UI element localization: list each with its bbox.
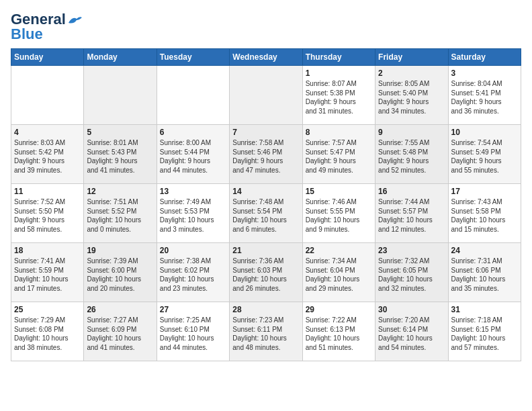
calendar-cell: 2Sunrise: 8:05 AM Sunset: 5:40 PM Daylig… <box>375 66 448 125</box>
day-number: 29 <box>306 305 372 314</box>
calendar-cell: 21Sunrise: 7:36 AM Sunset: 6:03 PM Dayli… <box>230 243 302 302</box>
day-info: Sunrise: 7:32 AM Sunset: 6:05 PM Dayligh… <box>378 257 445 293</box>
header-monday: Monday <box>84 49 157 66</box>
day-number: 3 <box>451 68 518 78</box>
calendar-cell: 7Sunrise: 7:58 AM Sunset: 5:46 PM Daylig… <box>230 125 302 184</box>
day-info: Sunrise: 7:20 AM Sunset: 6:14 PM Dayligh… <box>378 316 445 352</box>
calendar-cell: 6Sunrise: 8:00 AM Sunset: 5:44 PM Daylig… <box>157 125 229 184</box>
calendar-cell: 30Sunrise: 7:20 AM Sunset: 6:14 PM Dayli… <box>375 302 448 361</box>
day-info: Sunrise: 7:29 AM Sunset: 6:08 PM Dayligh… <box>14 316 81 352</box>
day-number: 25 <box>14 305 81 314</box>
day-number: 5 <box>87 128 153 137</box>
day-info: Sunrise: 8:05 AM Sunset: 5:40 PM Dayligh… <box>378 79 445 116</box>
day-info: Sunrise: 8:01 AM Sunset: 5:43 PM Dayligh… <box>87 138 153 175</box>
day-number: 23 <box>378 246 445 255</box>
day-number: 12 <box>87 187 153 196</box>
calendar-cell: 9Sunrise: 7:55 AM Sunset: 5:48 PM Daylig… <box>375 125 448 184</box>
calendar-cell: 27Sunrise: 7:25 AM Sunset: 6:10 PM Dayli… <box>157 302 229 361</box>
day-number: 22 <box>306 246 372 255</box>
calendar-cell: 15Sunrise: 7:46 AM Sunset: 5:55 PM Dayli… <box>302 184 375 243</box>
calendar-cell <box>230 66 302 125</box>
calendar-cell: 24Sunrise: 7:31 AM Sunset: 6:06 PM Dayli… <box>448 243 521 302</box>
header-saturday: Saturday <box>448 49 521 66</box>
calendar-cell: 4Sunrise: 8:03 AM Sunset: 5:42 PM Daylig… <box>11 125 84 184</box>
day-info: Sunrise: 7:55 AM Sunset: 5:48 PM Dayligh… <box>378 138 445 175</box>
calendar-cell: 8Sunrise: 7:57 AM Sunset: 5:47 PM Daylig… <box>302 125 375 184</box>
day-number: 11 <box>14 187 81 196</box>
day-number: 7 <box>232 128 299 137</box>
calendar-cell <box>84 66 157 125</box>
day-info: Sunrise: 7:52 AM Sunset: 5:50 PM Dayligh… <box>14 197 81 234</box>
calendar-cell: 20Sunrise: 7:38 AM Sunset: 6:02 PM Dayli… <box>157 243 229 302</box>
day-info: Sunrise: 7:41 AM Sunset: 5:59 PM Dayligh… <box>14 257 81 293</box>
day-number: 27 <box>160 305 226 314</box>
day-info: Sunrise: 7:39 AM Sunset: 6:00 PM Dayligh… <box>87 257 153 293</box>
calendar-cell: 28Sunrise: 7:23 AM Sunset: 6:11 PM Dayli… <box>230 302 302 361</box>
days-header-row: SundayMondayTuesdayWednesdayThursdayFrid… <box>11 49 521 66</box>
header-friday: Friday <box>375 49 448 66</box>
logo-blue: Blue <box>11 26 43 43</box>
day-number: 6 <box>160 128 226 137</box>
calendar-cell: 29Sunrise: 7:22 AM Sunset: 6:13 PM Dayli… <box>302 302 375 361</box>
day-number: 31 <box>451 305 518 314</box>
day-number: 13 <box>160 187 226 196</box>
calendar-cell: 12Sunrise: 7:51 AM Sunset: 5:52 PM Dayli… <box>84 184 157 243</box>
calendar-cell <box>11 66 84 125</box>
day-info: Sunrise: 7:44 AM Sunset: 5:57 PM Dayligh… <box>378 197 445 234</box>
calendar-cell: 26Sunrise: 7:27 AM Sunset: 6:09 PM Dayli… <box>84 302 157 361</box>
calendar-cell: 18Sunrise: 7:41 AM Sunset: 5:59 PM Dayli… <box>11 243 84 302</box>
day-number: 10 <box>451 128 518 137</box>
day-info: Sunrise: 7:31 AM Sunset: 6:06 PM Dayligh… <box>451 257 518 293</box>
calendar-cell: 16Sunrise: 7:44 AM Sunset: 5:57 PM Dayli… <box>375 184 448 243</box>
calendar-cell: 31Sunrise: 7:18 AM Sunset: 6:15 PM Dayli… <box>448 302 521 361</box>
day-info: Sunrise: 7:18 AM Sunset: 6:15 PM Dayligh… <box>451 316 518 352</box>
day-info: Sunrise: 7:43 AM Sunset: 5:58 PM Dayligh… <box>451 197 518 234</box>
week-row-2: 4Sunrise: 8:03 AM Sunset: 5:42 PM Daylig… <box>11 125 521 184</box>
calendar-table: SundayMondayTuesdayWednesdayThursdayFrid… <box>11 48 521 361</box>
day-info: Sunrise: 7:54 AM Sunset: 5:49 PM Dayligh… <box>451 138 518 175</box>
day-number: 16 <box>378 187 445 196</box>
day-number: 1 <box>306 68 372 78</box>
calendar-cell: 17Sunrise: 7:43 AM Sunset: 5:58 PM Dayli… <box>448 184 521 243</box>
day-number: 19 <box>87 246 153 255</box>
calendar-cell: 22Sunrise: 7:34 AM Sunset: 6:04 PM Dayli… <box>302 243 375 302</box>
calendar-cell: 13Sunrise: 7:49 AM Sunset: 5:53 PM Dayli… <box>157 184 229 243</box>
day-info: Sunrise: 7:58 AM Sunset: 5:46 PM Dayligh… <box>232 138 299 175</box>
logo-bird-icon <box>67 15 82 26</box>
day-info: Sunrise: 7:23 AM Sunset: 6:11 PM Dayligh… <box>232 316 299 352</box>
calendar-cell: 25Sunrise: 7:29 AM Sunset: 6:08 PM Dayli… <box>11 302 84 361</box>
day-info: Sunrise: 7:34 AM Sunset: 6:04 PM Dayligh… <box>306 257 372 293</box>
calendar-cell <box>157 66 229 125</box>
day-info: Sunrise: 8:00 AM Sunset: 5:44 PM Dayligh… <box>160 138 226 175</box>
day-info: Sunrise: 7:57 AM Sunset: 5:47 PM Dayligh… <box>306 138 372 175</box>
week-row-4: 18Sunrise: 7:41 AM Sunset: 5:59 PM Dayli… <box>11 243 521 302</box>
calendar-cell: 14Sunrise: 7:48 AM Sunset: 5:54 PM Dayli… <box>230 184 302 243</box>
day-number: 2 <box>378 68 445 78</box>
day-info: Sunrise: 7:25 AM Sunset: 6:10 PM Dayligh… <box>160 316 226 352</box>
day-info: Sunrise: 8:03 AM Sunset: 5:42 PM Dayligh… <box>14 138 81 175</box>
day-number: 8 <box>306 128 372 137</box>
week-row-1: 1Sunrise: 8:07 AM Sunset: 5:38 PM Daylig… <box>11 66 521 125</box>
header-sunday: Sunday <box>11 49 84 66</box>
day-info: Sunrise: 7:36 AM Sunset: 6:03 PM Dayligh… <box>232 257 299 293</box>
day-number: 21 <box>232 246 299 255</box>
day-number: 15 <box>306 187 372 196</box>
header-wednesday: Wednesday <box>230 49 302 66</box>
day-info: Sunrise: 7:22 AM Sunset: 6:13 PM Dayligh… <box>306 316 372 352</box>
day-number: 9 <box>378 128 445 137</box>
day-info: Sunrise: 8:04 AM Sunset: 5:41 PM Dayligh… <box>451 79 518 116</box>
calendar-cell: 23Sunrise: 7:32 AM Sunset: 6:05 PM Dayli… <box>375 243 448 302</box>
day-info: Sunrise: 8:07 AM Sunset: 5:38 PM Dayligh… <box>306 79 372 116</box>
day-number: 4 <box>14 128 81 137</box>
day-info: Sunrise: 7:27 AM Sunset: 6:09 PM Dayligh… <box>87 316 153 352</box>
day-number: 14 <box>232 187 299 196</box>
day-info: Sunrise: 7:48 AM Sunset: 5:54 PM Dayligh… <box>232 197 299 234</box>
day-number: 30 <box>378 305 445 314</box>
day-number: 28 <box>232 305 299 314</box>
day-number: 26 <box>87 305 153 314</box>
calendar-cell: 11Sunrise: 7:52 AM Sunset: 5:50 PM Dayli… <box>11 184 84 243</box>
day-info: Sunrise: 7:51 AM Sunset: 5:52 PM Dayligh… <box>87 197 153 234</box>
week-row-3: 11Sunrise: 7:52 AM Sunset: 5:50 PM Dayli… <box>11 184 521 243</box>
calendar-cell: 19Sunrise: 7:39 AM Sunset: 6:00 PM Dayli… <box>84 243 157 302</box>
day-info: Sunrise: 7:46 AM Sunset: 5:55 PM Dayligh… <box>306 197 372 234</box>
